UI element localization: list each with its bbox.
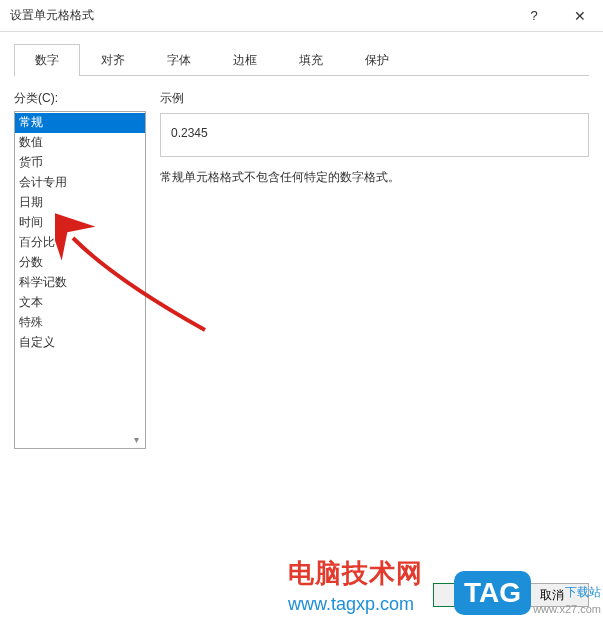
titlebar: 设置单元格格式 ? ✕: [0, 0, 603, 32]
list-item-scientific[interactable]: 科学记数: [15, 273, 145, 293]
window-title: 设置单元格格式: [10, 7, 511, 24]
watermark-badge: TAG: [454, 571, 531, 615]
category-listbox[interactable]: 常规 数值 货币 会计专用 日期 时间 百分比 分数 科学记数 文本 特殊 自定…: [14, 111, 146, 449]
list-item-fraction[interactable]: 分数: [15, 253, 145, 273]
category-list-inner: 常规 数值 货币 会计专用 日期 时间 百分比 分数 科学记数 文本 特殊 自定…: [15, 112, 145, 354]
dialog-content: 数字 对齐 字体 边框 填充 保护 分类(C): 常规 数值 货币 会计专用 日…: [0, 32, 603, 449]
category-column: 分类(C): 常规 数值 货币 会计专用 日期 时间 百分比 分数 科学记数 文…: [14, 90, 146, 449]
titlebar-buttons: ? ✕: [511, 0, 603, 31]
list-item-number[interactable]: 数值: [15, 133, 145, 153]
tab-fill[interactable]: 填充: [278, 44, 344, 76]
tab-number[interactable]: 数字: [14, 44, 80, 76]
tab-bar: 数字 对齐 字体 边框 填充 保护: [14, 44, 589, 76]
watermark-text-1: 电脑技术网: [288, 556, 423, 591]
tab-border[interactable]: 边框: [212, 44, 278, 76]
watermark-text-2: www.tagxp.com: [288, 594, 414, 615]
number-panel: 分类(C): 常规 数值 货币 会计专用 日期 时间 百分比 分数 科学记数 文…: [14, 76, 589, 449]
details-column: 示例 0.2345 常规单元格格式不包含任何特定的数字格式。: [146, 90, 589, 449]
scroll-down-icon[interactable]: ▾: [128, 431, 144, 447]
list-item-custom[interactable]: 自定义: [15, 333, 145, 353]
watermark-sub1: 下载站: [565, 584, 601, 601]
sample-value: 0.2345: [171, 126, 208, 140]
list-item-general[interactable]: 常规: [15, 113, 145, 133]
close-button[interactable]: ✕: [557, 0, 603, 31]
tab-alignment[interactable]: 对齐: [80, 44, 146, 76]
category-label: 分类(C):: [14, 90, 146, 107]
list-item-special[interactable]: 特殊: [15, 313, 145, 333]
sample-label: 示例: [160, 90, 589, 107]
list-item-currency[interactable]: 货币: [15, 153, 145, 173]
tab-font[interactable]: 字体: [146, 44, 212, 76]
list-item-accounting[interactable]: 会计专用: [15, 173, 145, 193]
list-item-text[interactable]: 文本: [15, 293, 145, 313]
tab-protection[interactable]: 保护: [344, 44, 410, 76]
help-button[interactable]: ?: [511, 0, 557, 31]
sample-box: 0.2345: [160, 113, 589, 157]
format-description: 常规单元格格式不包含任何特定的数字格式。: [160, 169, 589, 186]
list-item-percentage[interactable]: 百分比: [15, 233, 145, 253]
watermark-sub2: www.x27.com: [533, 603, 601, 615]
list-item-time[interactable]: 时间: [15, 213, 145, 233]
list-item-date[interactable]: 日期: [15, 193, 145, 213]
